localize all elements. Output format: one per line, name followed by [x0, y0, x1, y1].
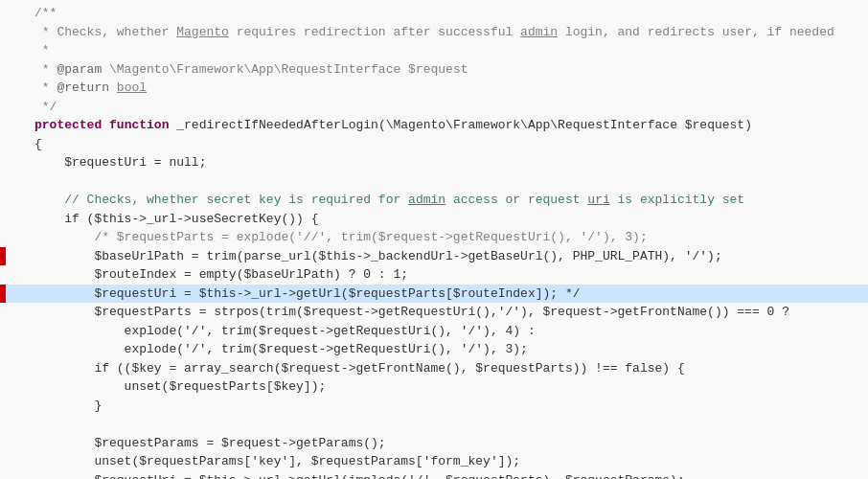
code-line-13: /* $requestParts = explode('//', trim($r… [0, 228, 868, 247]
line-content-13: /* $requestParts = explode('//', trim($r… [6, 228, 648, 247]
code-line-16: $requestUri = $this->_url->getUrl($reque… [0, 285, 868, 304]
line-content-4: * @param \Magento\Framework\App\RequestI… [6, 60, 468, 80]
code-line-10 [0, 172, 868, 192]
line-content-23 [6, 415, 42, 434]
code-line-15: $routeIndex = empty($baseUrlPath) ? 0 : … [0, 265, 868, 285]
line-content-18: explode('/', trim($request->getRequestUr… [6, 322, 536, 341]
code-line-25: unset($requestParams['key'], $requestPar… [0, 452, 868, 471]
code-line-4: * @param \Magento\Framework\App\RequestI… [0, 60, 868, 80]
line-content-21: unset($requestParts[$key]); [6, 377, 326, 397]
line-content-8: { [6, 135, 42, 154]
line-content-2: * Checks, whether Magento requires redir… [6, 23, 834, 42]
code-line-24: $requestParams = $request->getParams(); [0, 434, 868, 453]
code-line-18: explode('/', trim($request->getRequestUr… [0, 322, 868, 341]
line-content-5: * @return bool [6, 79, 147, 98]
code-line-14: $baseUrlPath = trim(parse_url($this->_ba… [0, 247, 868, 266]
line-content-1: /** [6, 4, 57, 23]
line-marker-14 [0, 247, 6, 266]
code-line-22: } [0, 397, 868, 416]
code-line-8: { [0, 135, 868, 154]
code-line-23 [0, 415, 868, 434]
line-marker-16 [0, 285, 6, 304]
line-content-16: $requestUri = $this->_url->getUrl($reque… [0, 285, 581, 304]
line-content-10 [6, 172, 42, 192]
code-line-1: /** [0, 4, 868, 23]
code-line-2: * Checks, whether Magento requires redir… [0, 23, 868, 42]
code-line-12: if ($this->_url->useSecretKey()) { [0, 210, 868, 229]
line-content-7: protected function _redirectIfNeededAfte… [6, 116, 752, 135]
line-content-22: } [6, 397, 102, 416]
line-content-24: $requestParams = $request->getParams(); [6, 434, 386, 453]
code-editor: /** * Checks, whether Magento requires r… [0, 0, 868, 479]
line-content-6: */ [6, 98, 57, 117]
code-line-7: protected function _redirectIfNeededAfte… [0, 116, 868, 135]
code-line-19: explode('/', trim($request->getRequestUr… [0, 340, 868, 359]
code-line-17: $requestParts = strpos(trim($request->ge… [0, 303, 868, 322]
line-content-12: if ($this->_url->useSecretKey()) { [6, 210, 318, 229]
line-content-26: $requestUri = $this->_url->getUrl(implod… [6, 471, 685, 480]
line-content-19: explode('/', trim($request->getRequestUr… [6, 340, 528, 359]
line-content-17: $requestParts = strpos(trim($request->ge… [6, 303, 789, 322]
line-content-25: unset($requestParams['key'], $requestPar… [6, 452, 520, 471]
code-line-20: if (($key = array_search($request->getFr… [0, 359, 868, 378]
code-line-3: * [0, 41, 868, 60]
code-line-6: */ [0, 98, 868, 117]
code-line-26: $requestUri = $this->_url->getUrl(implod… [0, 471, 868, 480]
code-line-9: $requestUri = null; [0, 153, 868, 172]
line-content-11: // Checks, whether secret key is require… [6, 191, 744, 210]
line-content-14: $baseUrlPath = trim(parse_url($this->_ba… [0, 247, 722, 266]
code-line-11: // Checks, whether secret key is require… [0, 191, 868, 210]
code-line-21: unset($requestParts[$key]); [0, 377, 868, 397]
line-content-20: if (($key = array_search($request->getFr… [6, 359, 685, 378]
line-content-3: * [6, 41, 50, 60]
line-content-15: $routeIndex = empty($baseUrlPath) ? 0 : … [6, 265, 408, 285]
line-content-9: $requestUri = null; [6, 153, 206, 172]
code-line-5: * @return bool [0, 79, 868, 98]
